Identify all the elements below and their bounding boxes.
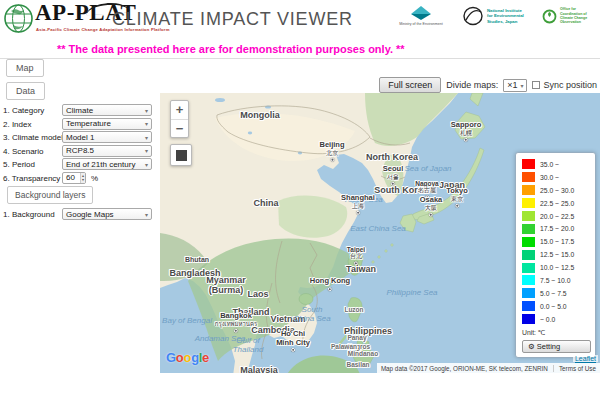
layers-button[interactable] <box>170 144 192 166</box>
background-row: 1. BackgroundGoogle Maps▾ <box>0 208 158 221</box>
legend-row: 7.5 ~ 10.0 <box>522 274 591 287</box>
legend-swatch <box>522 211 535 221</box>
map-legend: 35.0 ~30.0 ~25.0 ~ 30.022.5 ~ 25.020.0 ~… <box>515 152 596 358</box>
legend-setting-button[interactable]: ⚙ Setting <box>522 340 591 353</box>
chevron-down-icon: ▾ <box>145 120 148 127</box>
legend-swatch <box>522 237 535 247</box>
legend-row: 20.0 ~ 22.5 <box>522 210 591 223</box>
header: AP-PLAT Asia-Pacific Climate Change Adap… <box>0 0 600 42</box>
full-screen-button[interactable]: Full screen <box>379 77 441 93</box>
legend-range-label: 0.0 ~ 5.0 <box>540 303 567 310</box>
legend-rows: 35.0 ~30.0 ~25.0 ~ 30.022.5 ~ 25.020.0 ~… <box>522 158 591 326</box>
legend-swatch <box>522 185 535 195</box>
climate-model-row: 3. Climate modelModel 1▾ <box>0 131 158 144</box>
legend-range-label: 15.0 ~ 17.5 <box>540 238 574 245</box>
chevron-down-icon: ▾ <box>145 134 148 141</box>
sync-position-label: Sync position <box>543 80 597 90</box>
legend-row: 10.0 ~ 12.5 <box>522 261 591 274</box>
legend-range-label: 20.0 ~ 22.5 <box>540 213 574 220</box>
legend-swatch <box>522 198 535 208</box>
layers-icon <box>176 150 187 161</box>
legend-row: 17.5 ~ 20.0 <box>522 222 591 235</box>
legend-swatch <box>522 314 535 324</box>
zoom-in-button[interactable]: + <box>171 101 188 119</box>
zoom-out-button[interactable]: − <box>171 119 188 137</box>
moe-logo: Ministry of the Environment <box>395 5 447 26</box>
legend-range-label: 17.5 ~ 20.0 <box>540 225 574 232</box>
category-row: 1. CategoryClimate▾ <box>0 104 158 117</box>
legend-range-label: 5.0 ~ 7.5 <box>540 290 567 297</box>
occco-logo-label: Office for Coordination of Climate Chang… <box>560 7 594 25</box>
divide-maps-label: Divide maps: <box>446 80 498 90</box>
tab-map[interactable]: Map <box>6 59 44 77</box>
transparency-suffix: % <box>91 174 98 183</box>
page-title: CLIMATE IMPACT VIEWER <box>112 9 353 30</box>
period-label: 5. Period <box>3 160 35 169</box>
nies-logo-label: National Institute for Environmental Stu… <box>487 8 527 24</box>
index-row: 2. IndexTemperature▾ <box>0 118 158 131</box>
attribution-text: Map data ©2017 Google, ORION-ME, SK tele… <box>381 365 548 372</box>
category-select[interactable]: Climate▾ <box>62 104 152 116</box>
legend-row: ~ 0.0 <box>522 313 591 326</box>
sync-position-control: Sync position <box>532 80 597 90</box>
background-label: 1. Background <box>3 210 55 219</box>
climate-model-select[interactable]: Model 1▾ <box>62 131 152 143</box>
tab-data[interactable]: Data <box>6 82 45 100</box>
chevron-down-icon: ▾ <box>145 211 148 218</box>
legend-swatch <box>522 275 535 285</box>
applat-globe-icon <box>3 3 34 34</box>
legend-range-label: 25.0 ~ 30.0 <box>540 187 574 194</box>
legend-swatch <box>522 250 535 260</box>
partner-logos: Ministry of the Environment National Ins… <box>395 5 594 27</box>
google-logo[interactable]: Google <box>166 350 209 365</box>
legend-range-label: 12.5 ~ 15.0 <box>540 251 574 258</box>
legend-swatch <box>522 301 535 311</box>
gear-icon: ⚙ <box>528 342 535 351</box>
legend-row: 12.5 ~ 15.0 <box>522 248 591 261</box>
chevron-down-icon: ▾ <box>145 107 148 114</box>
chevron-down-icon: ▾ <box>145 161 148 168</box>
scenario-row: 4. ScenarioRCP8.5▾ <box>0 145 158 158</box>
legend-row: 22.5 ~ 25.0 <box>522 197 591 210</box>
leaflet-link[interactable]: Leaflet <box>573 355 598 362</box>
legend-swatch <box>522 288 535 298</box>
legend-range-label: 35.0 ~ <box>540 161 559 168</box>
tabbar-divider <box>0 58 600 59</box>
moe-logo-label: Ministry of the Environment <box>395 22 447 26</box>
nies-logo-icon <box>462 5 484 27</box>
zoom-control: + − <box>170 100 189 138</box>
occco-logo: Office for Coordination of Climate Chang… <box>542 7 594 25</box>
nies-logo: National Institute for Environmental Stu… <box>462 5 527 27</box>
legend-row: 25.0 ~ 30.0 <box>522 184 591 197</box>
transparency-input[interactable]: 60▴▾ <box>62 172 86 184</box>
map-canvas[interactable]: + − MongoliaChinaNorth KoreaSouth KoreaJ… <box>160 93 600 373</box>
terms-of-use-link[interactable]: Terms of Use <box>553 365 596 372</box>
tab-background-layers[interactable]: Background layers <box>7 186 93 204</box>
legend-range-label: 30.0 ~ <box>540 174 559 181</box>
legend-swatch <box>522 224 535 234</box>
period-select[interactable]: End of 21th century▾ <box>62 158 152 170</box>
legend-row: 35.0 ~ <box>522 158 591 171</box>
legend-range-label: 7.5 ~ 10.0 <box>540 277 570 284</box>
legend-row: 15.0 ~ 17.5 <box>522 235 591 248</box>
chevron-down-icon: ▾ <box>145 147 148 154</box>
map-attribution: Map data ©2017 Google, ORION-ME, SK tele… <box>377 363 600 373</box>
legend-range-label: 10.0 ~ 12.5 <box>540 264 574 271</box>
climate-impact-viewer-page: AP-PLAT Asia-Pacific Climate Change Adap… <box>0 0 600 400</box>
transparency-spinner[interactable]: ▴▾ <box>80 173 85 183</box>
chevron-down-icon: ▾ <box>520 82 523 89</box>
legend-range-label: 22.5 ~ 25.0 <box>540 200 574 207</box>
transparency-row: 6. Transparency60▴▾% <box>0 172 158 185</box>
map-toolbar: Full screen Divide maps: ×1▾ Sync positi… <box>379 77 597 93</box>
sync-position-checkbox[interactable] <box>532 81 540 89</box>
index-label: 2. Index <box>3 120 31 129</box>
period-row: 5. PeriodEnd of 21th century▾ <box>0 158 158 171</box>
background-select[interactable]: Google Maps▾ <box>62 208 152 220</box>
occco-logo-icon <box>542 9 557 24</box>
divide-maps-select[interactable]: ×1▾ <box>503 79 527 92</box>
legend-swatch <box>522 263 535 273</box>
climate-model-label: 3. Climate model <box>3 133 63 142</box>
moe-logo-icon <box>408 5 434 21</box>
index-select[interactable]: Temperature▾ <box>62 118 152 130</box>
scenario-select[interactable]: RCP8.5▾ <box>62 145 152 157</box>
